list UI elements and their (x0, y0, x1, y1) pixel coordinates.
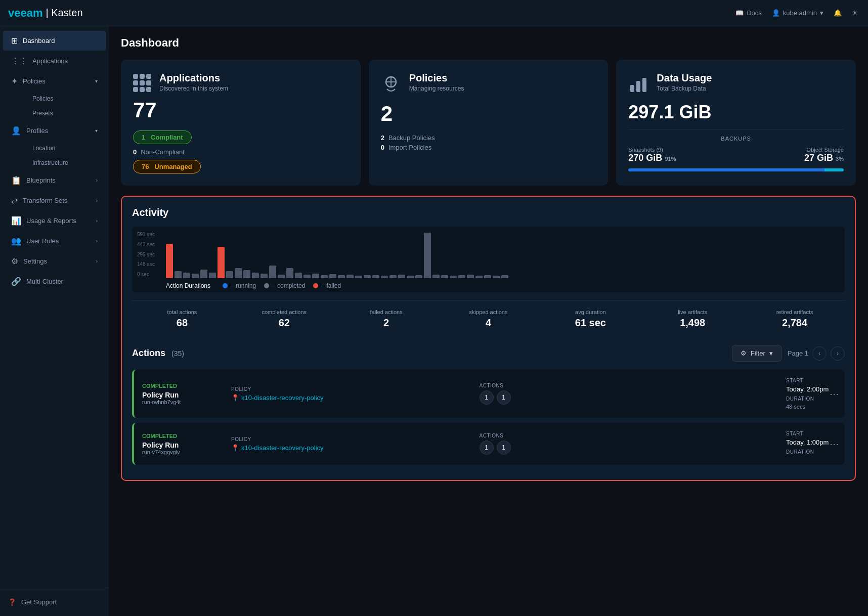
action-id-1: run-rwhnb7vg4t (142, 399, 223, 405)
action-bubbles-2: 1 1 (480, 441, 530, 455)
action-status-block-2: COMPLETED Policy Run run-v74xgqvglv (142, 433, 223, 455)
sidebar-item-label: Dashboard (23, 37, 98, 45)
action-type-1: Policy Run (142, 391, 223, 399)
user-label: kube:admin (783, 9, 817, 17)
logo-veeam: veeam (8, 7, 43, 20)
unmanaged-count: 76 (142, 163, 149, 170)
applications-card-title-block: Applications Discovered in this system (159, 72, 228, 92)
compliant-badge[interactable]: 1 Compliant (133, 130, 192, 144)
skipped-actions-value: 4 (439, 317, 539, 329)
chart-bar (415, 275, 422, 278)
action-menu-2[interactable]: ⋯ (830, 438, 839, 450)
action-policy-label-1: POLICY (231, 386, 471, 392)
start-label-2: START (786, 431, 837, 436)
chevron-down-icon: ▾ (95, 128, 98, 134)
get-support-button[interactable]: ❓ Get Support (8, 594, 101, 610)
unmanaged-badge[interactable]: 76 Unmanaged (133, 160, 201, 173)
chart-bar (424, 233, 431, 278)
failed-actions-label: failed actions (336, 309, 437, 315)
action-policy-label-2: POLICY (231, 436, 471, 442)
chart-bar (269, 266, 276, 278)
user-menu[interactable]: 👤 kube:admin ▾ (772, 9, 823, 17)
docs-label: Docs (747, 9, 762, 17)
sidebar-item-transform-sets[interactable]: ⇄ Transform Sets › (3, 191, 106, 210)
chart-bar (450, 276, 457, 278)
sidebar-item-label: Settings (23, 257, 91, 265)
y-label-3: 295 sec (137, 252, 155, 257)
live-artifacts-label: live artifacts (642, 309, 743, 315)
applications-icon (133, 74, 151, 92)
sidebar-item-label: Usage & Reports (26, 217, 91, 225)
import-policies-count: 0 (381, 144, 384, 151)
sidebar-sub-location[interactable]: Location (24, 141, 106, 155)
compliant-label: Compliant (151, 134, 183, 141)
actions-count: (35) (171, 349, 184, 358)
user-chevron-icon: ▾ (820, 9, 823, 17)
import-policies-label: Import Policies (388, 144, 431, 151)
theme-toggle[interactable]: ☀ (852, 9, 858, 17)
retired-artifacts-stat: retired artifacts 2,784 (745, 309, 845, 329)
sidebar-item-applications[interactable]: ⋮⋮ Applications (3, 51, 106, 71)
action-bubbles-block-1: ACTIONS 1 1 (480, 383, 530, 405)
sidebar-sub-presets[interactable]: Presets (24, 106, 106, 120)
compliant-count: 1 (142, 134, 145, 141)
non-compliant-row: 0 Non-Compliant (133, 148, 349, 156)
next-page-button[interactable]: › (831, 346, 845, 361)
sidebar-item-label: User Roles (26, 237, 91, 245)
filter-button[interactable]: ⚙ Filter ▾ (732, 345, 782, 362)
notifications-button[interactable]: 🔔 (834, 9, 842, 17)
action-policy-block-2: POLICY 📍 k10-disaster-recovery-policy (231, 436, 471, 452)
chart-bar (389, 275, 397, 278)
start-label-1: START (786, 378, 837, 383)
data-usage-card-header: Data Usage Total Backup Data (628, 72, 844, 96)
prev-page-button[interactable]: ‹ (812, 346, 827, 361)
sidebar-sub-policies[interactable]: Policies (24, 92, 106, 106)
chart-bar (209, 273, 216, 278)
chart-bar (200, 270, 207, 278)
page-title: Dashboard (121, 36, 856, 50)
topbar: 📖 Docs 👤 kube:admin ▾ 🔔 ☀ (109, 0, 868, 26)
location-icon-2: 📍 (231, 444, 239, 452)
sidebar-item-policies[interactable]: ✦ Policies ▾ (3, 71, 106, 91)
chart-bar (261, 274, 268, 278)
bell-icon: 🔔 (834, 9, 842, 17)
action-policy-2[interactable]: 📍 k10-disaster-recovery-policy (231, 444, 471, 452)
sidebar-item-user-roles[interactable]: 👥 User Roles › (3, 231, 106, 251)
support-label: Get Support (21, 598, 57, 606)
logo: veeam | Kasten (0, 0, 109, 26)
chart-legend: Action Durations — running — completed —… (138, 282, 839, 289)
docs-link[interactable]: 📖 Docs (735, 9, 762, 17)
sidebar-item-usage-reports[interactable]: 📊 Usage & Reports › (3, 211, 106, 231)
action-start-1: Today, 2:00pm (786, 385, 837, 393)
snapshots-item: Snapshots (9) 270 GiB 91% (628, 147, 733, 163)
sidebar-sub-infrastructure[interactable]: Infrastructure (24, 156, 106, 170)
user-icon: 👤 (772, 9, 780, 17)
import-policies-row: 0 Import Policies (381, 144, 596, 151)
svg-rect-5 (642, 78, 646, 92)
svg-rect-3 (630, 85, 634, 92)
bubble-2a: 1 (480, 441, 494, 455)
action-policy-1[interactable]: 📍 k10-disaster-recovery-policy (231, 394, 471, 402)
chart-bar (192, 274, 199, 278)
sidebar-item-label: Profiles (26, 127, 90, 135)
action-menu-1[interactable]: ⋯ (830, 388, 839, 400)
sidebar-item-dashboard[interactable]: ⊞ Dashboard (3, 31, 106, 51)
snapshots-value: 270 GiB 91% (628, 153, 733, 163)
action-time-block-2: START Today, 1:00pm DURATION (786, 431, 837, 457)
action-policy-block-1: POLICY 📍 k10-disaster-recovery-policy (231, 386, 471, 402)
sidebar-item-label: Blueprints (26, 177, 91, 184)
chart-bar (346, 275, 354, 278)
y-label-1: 0 sec (137, 272, 155, 277)
sidebar-item-blueprints[interactable]: 📋 Blueprints › (3, 170, 106, 190)
docs-icon: 📖 (735, 9, 744, 17)
chart-bar (338, 275, 345, 278)
chart-bar (407, 276, 414, 278)
chart-bar (312, 274, 319, 278)
sidebar-nav: ⊞ Dashboard ⋮⋮ Applications ✦ Policies ▾… (0, 26, 109, 588)
policies-icon (381, 74, 401, 96)
legend-running: — running (223, 282, 256, 289)
sidebar-item-profiles[interactable]: 👤 Profiles ▾ (3, 121, 106, 141)
sidebar-item-settings[interactable]: ⚙ Settings › (3, 251, 106, 271)
policies-card-title-block: Policies Managing resources (409, 72, 464, 92)
sidebar-item-multi-cluster[interactable]: 🔗 Multi-Cluster (3, 272, 106, 291)
